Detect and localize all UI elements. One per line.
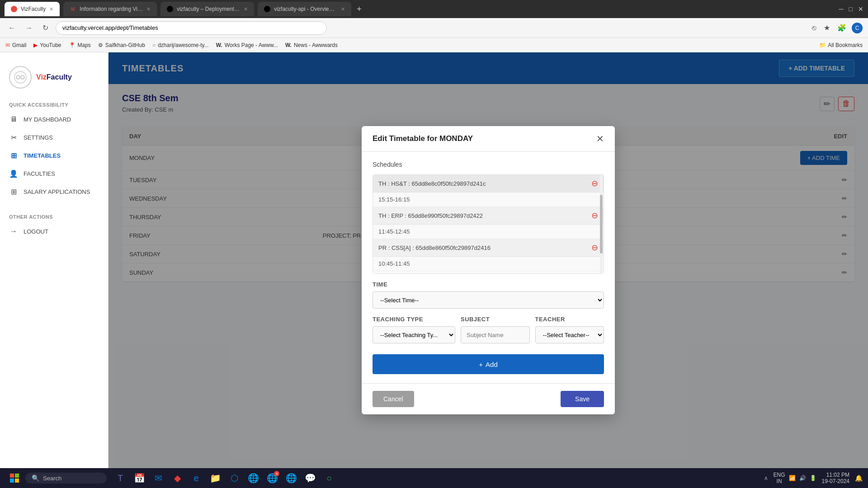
sidebar-item-timetables[interactable]: ⊞ TIMETABLES [0,146,108,164]
address-bar-row: ← → ↻ ⎋ ★ 🧩 C [0,18,868,38]
taskbar-chrome1-icon[interactable]: 🌐 [245,470,261,486]
wifi-icon: 📶 [789,475,796,481]
battery-icon: 🔋 [810,475,816,481]
taskbar-teams-icon[interactable]: T [112,470,128,486]
logo-text: VizFaculty [36,73,72,81]
time-label: TIME [373,281,604,288]
schedule-time-extra1: 10:45-11:45 [373,257,604,271]
add-schedule-btn[interactable]: + Add [373,354,604,374]
tab-label-gmail: Information regarding VizFacul... [80,6,143,12]
bookmark-youtube[interactable]: ▶ YouTube [33,42,61,48]
taskbar-notification-icon[interactable]: 🌐9 [264,470,280,486]
close-window-btn[interactable]: ✕ [858,5,863,13]
tab-vercel1[interactable]: vizfaculty – Deployment Overvi... ✕ [160,2,254,16]
back-btn[interactable]: ← [5,22,18,34]
address-input[interactable] [56,21,327,35]
add-btn-label: Add [486,361,498,368]
teaching-type-label: TEACHING TYPE [373,316,455,323]
bookmark-github[interactable]: ⚙ Saifkhan-GitHub [98,42,145,48]
bookmark-works-label: Works Page - Awww... [225,42,278,48]
bookmark-news[interactable]: W. News - Awwwards [285,42,338,48]
sidebar-item-logout[interactable]: → LOGOUT [0,222,108,240]
sidebar-item-dashboard[interactable]: 🖥 MY DASHBOARD [0,110,108,128]
teacher-select[interactable]: --Select Teacher-- [535,326,604,343]
svg-rect-5 [10,479,14,483]
save-btn[interactable]: Save [561,391,604,407]
tab-vercel2[interactable]: vizfaculty-api - Overview – Ver... ✕ [258,2,351,16]
time-select[interactable]: --Select Time-- [373,291,604,309]
tab-close-btn-vercel1[interactable]: ✕ [244,6,248,12]
start-btn[interactable] [5,470,24,486]
logo-svg [14,70,27,84]
subject-input[interactable] [461,326,530,343]
sidebar-item-settings-label: SETTINGS [24,134,53,141]
schedule-time-extra2: 10:45-12:45 [373,271,604,274]
schedule-scrollbar-thumb[interactable] [600,195,603,254]
profile-icon[interactable]: C [852,23,863,33]
folder-icon: 📁 [819,42,826,48]
sidebar-item-faculties[interactable]: 👤 FACULTIES [0,164,108,183]
modal-body: Schedules TH : HS&T : 65dd8e8c0f50fc2989… [362,152,615,383]
forward-btn[interactable]: → [23,22,35,34]
teaching-type-select[interactable]: --Select Teaching Ty... [373,326,455,343]
toolbar-icons: ⎋ ★ 🧩 C [810,22,863,34]
sidebar-item-salary[interactable]: ⊞ SALARY APPLICATIONS [0,183,108,201]
modal-close-btn[interactable]: ✕ [596,134,604,143]
taskbar-circle-icon[interactable]: ○ [321,470,337,486]
refresh-btn[interactable]: ↻ [40,22,51,34]
teaching-subject-teacher-row: TEACHING TYPE --Select Teaching Ty... SU… [373,316,604,351]
tab-vizfaculty[interactable]: VizFaculty ✕ [5,2,60,16]
remove-schedule-2-btn[interactable]: ⊖ [591,244,598,252]
taskbar-right: ∧ ENG IN 📶 🔊 🔋 11:02 PM 19-07-2024 🔔 [764,472,863,485]
taskbar-folder-icon[interactable]: 📁 [207,470,223,486]
bookmark-maps[interactable]: 📍 Maps [69,42,91,48]
taskbar-mail-icon[interactable]: ✉ [150,470,166,486]
cast-icon[interactable]: ⎋ [810,22,818,34]
tab-close-btn[interactable]: ✕ [49,6,53,12]
add-icon: + [479,361,483,368]
taskbar-search-box[interactable]: 🔍 Search [25,473,107,483]
edit-timetable-modal: Edit Timetable for MONDAY ✕ Schedules TH… [362,126,615,414]
taskbar-items: T 📅 ✉ ◆ e 📁 ⬡ 🌐 🌐9 🌐 💬 ○ [112,470,337,486]
faculties-icon: 👤 [9,169,18,178]
svg-rect-6 [15,479,19,483]
taskbar-vscode-icon[interactable]: ⬡ [226,470,242,486]
notification-bell-icon[interactable]: 🔔 [855,474,863,482]
taskbar-chrome2-icon[interactable]: 🌐 [283,470,299,486]
new-tab-btn[interactable]: + [357,5,362,14]
maximize-btn[interactable]: □ [849,5,853,13]
teacher-group: TEACHER --Select Teacher-- [535,316,604,343]
teaching-type-group: TEACHING TYPE --Select Teaching Ty... [373,316,455,343]
sidebar-item-settings[interactable]: ✂ SETTINGS [0,128,108,146]
taskbar-diamond-icon[interactable]: ◆ [169,470,185,486]
all-bookmarks-btn[interactable]: 📁 All Bookmarks [819,42,863,48]
sidebar-item-salary-label: SALARY APPLICATIONS [24,188,90,195]
tab-gmail[interactable]: M Information regarding VizFacul... ✕ [63,2,157,16]
tab-close-btn-gmail[interactable]: ✕ [146,6,151,12]
logout-icon: → [9,227,18,236]
taskbar-edge-icon[interactable]: e [188,470,204,486]
bookmark-dzhari[interactable]: ○ dzharij/awesome-ty... [152,42,209,48]
bookmark-works[interactable]: W. Works Page - Awww... [216,42,278,48]
all-bookmarks-label: All Bookmarks [828,42,863,48]
logo-faculty: Faculty [47,73,72,81]
taskbar-calendar-icon[interactable]: 📅 [131,470,147,486]
minimize-btn[interactable]: ─ [839,5,844,13]
modal-overlay[interactable]: Edit Timetable for MONDAY ✕ Schedules TH… [108,52,868,488]
remove-schedule-0-btn[interactable]: ⊖ [591,179,598,188]
works-icon: W. [216,42,222,48]
bookmarks-bar: ✉ Gmail ▶ YouTube 📍 Maps ⚙ Saifkhan-GitH… [0,38,868,52]
taskbar-whatsapp-icon[interactable]: 💬 [302,470,318,486]
bookmark-github-label: Saifkhan-GitHub [105,42,145,48]
cancel-btn[interactable]: Cancel [373,391,414,407]
svg-rect-3 [10,474,14,478]
bookmark-icon[interactable]: ★ [822,22,832,34]
tab-close-btn-vercel2[interactable]: ✕ [341,6,345,12]
taskbar-search-icon: 🔍 [32,474,39,482]
bookmark-gmail[interactable]: ✉ Gmail [5,42,26,48]
sidebar-item-faculties-label: FACULTIES [24,170,55,177]
remove-schedule-1-btn[interactable]: ⊖ [591,211,598,220]
schedule-scrollbar-track [600,175,603,273]
extensions-icon[interactable]: 🧩 [835,22,848,34]
taskbar-chevron-icon[interactable]: ∧ [764,475,768,481]
